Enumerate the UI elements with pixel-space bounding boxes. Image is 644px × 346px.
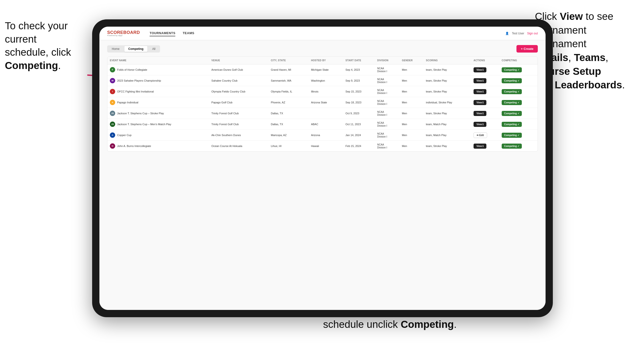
- table-row: W 2023 Sahalee Players Championship Saha…: [108, 75, 538, 86]
- start-date-cell: Sep 18, 2023: [343, 97, 375, 108]
- team-logo: F: [110, 67, 115, 72]
- city-state-cell: Lihue, HI: [268, 141, 309, 152]
- team-logo: W: [110, 78, 115, 83]
- col-actions: ACTIONS: [471, 57, 499, 64]
- view-button[interactable]: View ℹ: [474, 100, 486, 105]
- nav-tournaments[interactable]: TOURNAMENTS: [150, 30, 175, 36]
- gender-cell: Men: [399, 119, 423, 130]
- start-date-cell: Jan 14, 2024: [343, 130, 375, 141]
- scoring-cell: team, Stroke Play: [423, 86, 471, 97]
- col-hosted-by: HOSTED BY: [309, 57, 343, 64]
- event-name: 2023 Sahalee Players Championship: [117, 79, 161, 82]
- create-button[interactable]: + Create: [516, 45, 538, 52]
- app-header: SCOREBOARD Powered by clippi TOURNAMENTS…: [100, 27, 546, 40]
- tablet-frame: SCOREBOARD Powered by clippi TOURNAMENTS…: [92, 19, 553, 317]
- team-logo: A: [110, 100, 115, 105]
- table-row: H John A. Burns Intercollegiate Ocean Co…: [108, 141, 538, 152]
- table-row: I OFCC Fighting Illini Invitational Olym…: [108, 86, 538, 97]
- hosted-by-cell: Arizona: [309, 130, 343, 141]
- nav-teams[interactable]: TEAMS: [182, 30, 194, 36]
- city-state-cell: Phoenix, AZ: [268, 97, 309, 108]
- view-button[interactable]: View ℹ: [474, 78, 486, 83]
- signout-link[interactable]: Sign out: [527, 32, 538, 35]
- hosted-by-cell: Michigan State: [309, 64, 343, 75]
- competing-cell[interactable]: Competing ✓: [499, 64, 538, 75]
- col-event-name: EVENT NAME: [108, 57, 209, 64]
- table-row: A Copper Cup Ak-Chin Southern DunesMaric…: [108, 130, 538, 141]
- competing-cell[interactable]: Competing ✓: [499, 86, 538, 97]
- competing-cell[interactable]: Competing ✓: [499, 108, 538, 119]
- competing-badge[interactable]: Competing ✓: [502, 67, 522, 72]
- gender-cell: Men: [399, 75, 423, 86]
- event-name: Jackson T. Stephens Cup – Men's Match Pl…: [117, 123, 171, 126]
- col-start-date: START DATE: [343, 57, 375, 64]
- header-right: 👤 Test User Sign out: [505, 32, 538, 35]
- table-row: F Folds of Honor Collegiate American Dun…: [108, 64, 538, 75]
- start-date-cell: Sep 9, 2023: [343, 75, 375, 86]
- annotation-left: To check your current schedule, click Co…: [5, 19, 82, 72]
- competing-badge[interactable]: Competing ✓: [502, 133, 522, 138]
- venue-cell: Trinity Forest Golf Club: [209, 108, 268, 119]
- division-cell: NCAADivision I: [375, 141, 400, 152]
- col-city-state: CITY, STATE: [268, 57, 309, 64]
- competing-badge[interactable]: Competing ✓: [502, 122, 522, 127]
- col-competing: COMPETING: [499, 57, 538, 64]
- filter-bar: Home Competing All + Create: [107, 45, 538, 52]
- competing-cell[interactable]: Competing ✓: [499, 97, 538, 108]
- actions-cell[interactable]: View ℹ: [471, 64, 499, 75]
- city-state-cell: Maricopa, AZ: [268, 130, 309, 141]
- division-cell: NCAADivision I: [375, 86, 400, 97]
- view-button[interactable]: View ℹ: [474, 111, 486, 116]
- table-row: A Papago Individual Papago Golf ClubPhoe…: [108, 97, 538, 108]
- filter-tab-all[interactable]: All: [148, 46, 159, 52]
- start-date-cell: Sep 4, 2023: [343, 64, 375, 75]
- app-content: Home Competing All + Create EVENT NAME V…: [100, 40, 546, 310]
- venue-cell: Olympia Fields Country Club: [209, 86, 268, 97]
- competing-badge[interactable]: Competing ✓: [502, 144, 522, 149]
- competing-badge[interactable]: Competing ✓: [502, 89, 522, 94]
- event-name: Copper Cup: [117, 134, 132, 137]
- event-name: Jackson T. Stephens Cup – Stroke Play: [117, 112, 164, 115]
- edit-button[interactable]: ✏ Edit: [474, 133, 487, 138]
- city-state-cell: Olympia Fields, IL: [268, 86, 309, 97]
- actions-cell[interactable]: View ℹ: [471, 86, 499, 97]
- col-gender: GENDER: [399, 57, 423, 64]
- division-cell: NCAADivision I: [375, 130, 400, 141]
- view-button[interactable]: View ℹ: [474, 122, 486, 127]
- table-row: JS Jackson T. Stephens Cup – Stroke Play…: [108, 108, 538, 119]
- actions-cell[interactable]: View ℹ: [471, 141, 499, 152]
- scoring-cell: team, Stroke Play: [423, 108, 471, 119]
- city-state-cell: Dallas, TX: [268, 108, 309, 119]
- table-row: JS Jackson T. Stephens Cup – Men's Match…: [108, 119, 538, 130]
- start-date-cell: Sep 15, 2023: [343, 86, 375, 97]
- competing-cell[interactable]: Competing ✓: [499, 130, 538, 141]
- event-name: Folds of Honor Collegiate: [117, 68, 147, 71]
- competing-badge[interactable]: Competing ✓: [502, 100, 522, 105]
- filter-tab-competing[interactable]: Competing: [124, 46, 148, 52]
- division-cell: NCAADivision I: [375, 75, 400, 86]
- filter-tab-home[interactable]: Home: [108, 46, 124, 52]
- tablet-screen: SCOREBOARD Powered by clippi TOURNAMENTS…: [100, 27, 546, 310]
- competing-cell[interactable]: Competing ✓: [499, 75, 538, 86]
- actions-cell[interactable]: View ℹ: [471, 119, 499, 130]
- team-logo: A: [110, 133, 115, 138]
- competing-badge[interactable]: Competing ✓: [502, 111, 522, 116]
- scoring-cell: team, Match Play: [423, 130, 471, 141]
- col-venue: VENUE: [209, 57, 268, 64]
- view-button[interactable]: View ℹ: [474, 89, 486, 94]
- hosted-by-cell: [309, 108, 343, 119]
- competing-cell[interactable]: Competing ✓: [499, 119, 538, 130]
- actions-cell[interactable]: View ℹ: [471, 108, 499, 119]
- actions-cell[interactable]: ✏ Edit: [471, 130, 499, 141]
- venue-cell: Sahalee Country Club: [209, 75, 268, 86]
- actions-cell[interactable]: View ℹ: [471, 97, 499, 108]
- team-logo: H: [110, 143, 115, 149]
- view-button[interactable]: View ℹ: [474, 67, 486, 72]
- user-icon: 👤: [505, 32, 509, 35]
- competing-cell[interactable]: Competing ✓: [499, 141, 538, 152]
- scoring-cell: team, Match Play: [423, 119, 471, 130]
- competing-badge[interactable]: Competing ✓: [502, 78, 522, 83]
- gender-cell: Men: [399, 86, 423, 97]
- actions-cell[interactable]: View ℹ: [471, 75, 499, 86]
- view-button[interactable]: View ℹ: [474, 144, 486, 149]
